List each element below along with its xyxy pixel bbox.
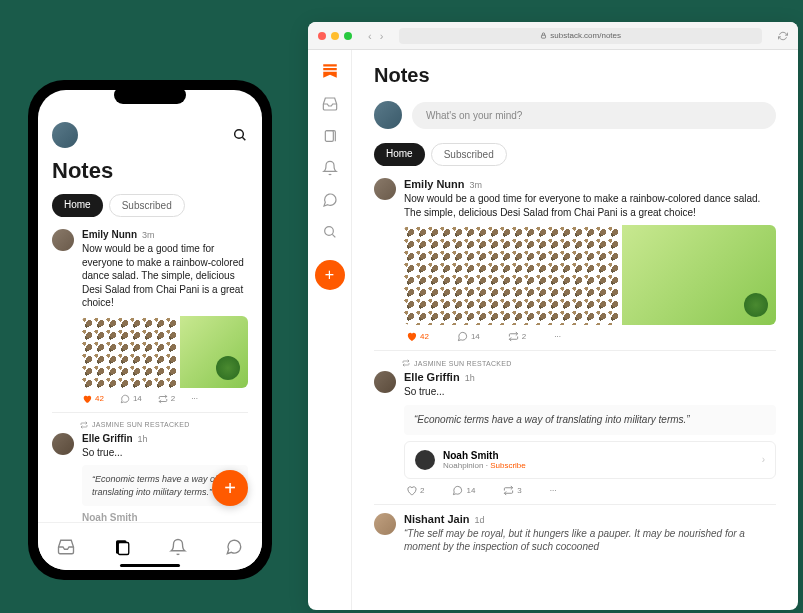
main-content: Notes What's on your mind? Home Subscrib…: [352, 50, 798, 610]
chevron-right-icon: ›: [762, 454, 765, 465]
avatar[interactable]: [52, 122, 78, 148]
comment-count: 14: [471, 332, 480, 341]
avatar[interactable]: [52, 433, 74, 455]
tabs: Home Subscribed: [52, 194, 248, 217]
svg-point-0: [235, 130, 244, 139]
more-button[interactable]: ···: [191, 394, 198, 403]
post-images[interactable]: [82, 316, 248, 388]
avatar[interactable]: [374, 178, 396, 200]
post-author[interactable]: Elle Griffin: [82, 433, 133, 444]
tabs: Home Subscribed: [374, 143, 776, 166]
restack-button[interactable]: 2: [158, 394, 175, 404]
browser-window: ‹ › substack.com/notes + Notes What's on…: [308, 22, 798, 610]
post-timestamp: 3m: [142, 230, 155, 240]
close-window-button[interactable]: [318, 32, 326, 40]
divider: [52, 412, 248, 413]
inbox-icon[interactable]: [57, 538, 75, 556]
avatar[interactable]: [52, 229, 74, 251]
search-icon[interactable]: [232, 127, 248, 143]
url-bar[interactable]: substack.com/notes: [399, 28, 762, 44]
food-image[interactable]: [622, 225, 776, 325]
divider: [374, 350, 776, 351]
compose-input[interactable]: What's on your mind?: [412, 102, 776, 129]
sidebar: +: [308, 50, 352, 610]
restack-button[interactable]: 3: [503, 485, 521, 496]
more-button[interactable]: ···: [554, 332, 561, 341]
comment-button[interactable]: 14: [457, 331, 480, 342]
notes-icon[interactable]: [113, 538, 131, 556]
post-author[interactable]: Emily Nunn: [404, 178, 465, 190]
post-text: Now would be a good time for everyone to…: [82, 242, 248, 310]
avatar[interactable]: [374, 101, 402, 129]
comment-button[interactable]: 14: [452, 485, 475, 496]
comment-count: 14: [466, 486, 475, 495]
restack-label: JASMINE SUN RESTACKED: [402, 359, 776, 367]
tab-home[interactable]: Home: [374, 143, 425, 166]
tab-subscribed[interactable]: Subscribed: [109, 194, 185, 217]
quote-block[interactable]: “Economic terms have a way of translatin…: [404, 405, 776, 435]
post-text: “The self may be royal, but it hungers l…: [404, 527, 776, 554]
subscribe-link[interactable]: Subscribe: [490, 461, 526, 470]
phone-screen: Notes Home Subscribed Emily Nunn 3m Now …: [38, 90, 262, 570]
restack-count: 2: [171, 394, 175, 403]
bell-icon[interactable]: [322, 160, 338, 176]
svg-rect-5: [323, 64, 337, 66]
quoted-publication: Noahpinion: [443, 461, 483, 470]
like-count: 42: [95, 394, 104, 403]
avatar[interactable]: [415, 450, 435, 470]
post-author[interactable]: Elle Griffin: [404, 371, 460, 383]
lock-icon: [540, 32, 547, 39]
like-button[interactable]: 42: [406, 331, 429, 342]
page-title: Notes: [374, 64, 776, 87]
post-text: So true...: [404, 385, 776, 399]
food-image[interactable]: [180, 316, 248, 388]
more-button[interactable]: ···: [550, 486, 557, 495]
like-button[interactable]: 42: [82, 394, 104, 404]
svg-rect-6: [323, 68, 337, 70]
avatar[interactable]: [374, 371, 396, 393]
restack-button[interactable]: 2: [508, 331, 526, 342]
page-title: Notes: [52, 158, 248, 184]
search-icon[interactable]: [322, 224, 338, 240]
refresh-icon[interactable]: [778, 31, 788, 41]
like-button[interactable]: 2: [406, 485, 424, 496]
svg-rect-4: [542, 35, 546, 38]
forward-button[interactable]: ›: [380, 30, 384, 42]
post-timestamp: 3m: [470, 180, 483, 190]
post-text: Now would be a good time for everyone to…: [404, 192, 776, 219]
like-count: 42: [420, 332, 429, 341]
url-text: substack.com/notes: [550, 31, 621, 40]
tab-subscribed[interactable]: Subscribed: [431, 143, 507, 166]
notes-icon[interactable]: [322, 128, 338, 144]
bell-icon[interactable]: [169, 538, 187, 556]
divider: [374, 504, 776, 505]
post-author[interactable]: Emily Nunn: [82, 229, 137, 240]
comment-button[interactable]: 14: [120, 394, 142, 404]
tab-home[interactable]: Home: [52, 194, 103, 217]
post: Emily Nunn 3m Now would be a good time f…: [374, 178, 776, 342]
restack-count: 2: [522, 332, 526, 341]
chat-icon[interactable]: [322, 192, 338, 208]
maximize-window-button[interactable]: [344, 32, 352, 40]
post-author[interactable]: Nishant Jain: [404, 513, 469, 525]
avatar[interactable]: [374, 513, 396, 535]
browser-chrome: ‹ › substack.com/notes: [308, 22, 798, 50]
food-image[interactable]: [404, 225, 620, 325]
restack-label: JASMINE SUN RESTACKED: [80, 421, 248, 429]
minimize-window-button[interactable]: [331, 32, 339, 40]
back-button[interactable]: ‹: [368, 30, 372, 42]
phone-tabbar: [38, 522, 262, 570]
compose-fab[interactable]: +: [212, 470, 248, 506]
chat-icon[interactable]: [225, 538, 243, 556]
inbox-icon[interactable]: [322, 96, 338, 112]
compose-fab[interactable]: +: [315, 260, 345, 290]
quoted-card[interactable]: Noah Smith Noahpinion · Subscribe ›: [404, 441, 776, 479]
phone-notch: [114, 86, 186, 104]
compose-row: What's on your mind?: [374, 101, 776, 129]
post-images[interactable]: [404, 225, 776, 325]
phone-mockup: Notes Home Subscribed Emily Nunn 3m Now …: [28, 80, 272, 580]
svg-point-8: [324, 227, 333, 236]
svg-rect-3: [118, 542, 129, 554]
food-image[interactable]: [82, 316, 178, 388]
substack-logo[interactable]: [321, 62, 339, 80]
